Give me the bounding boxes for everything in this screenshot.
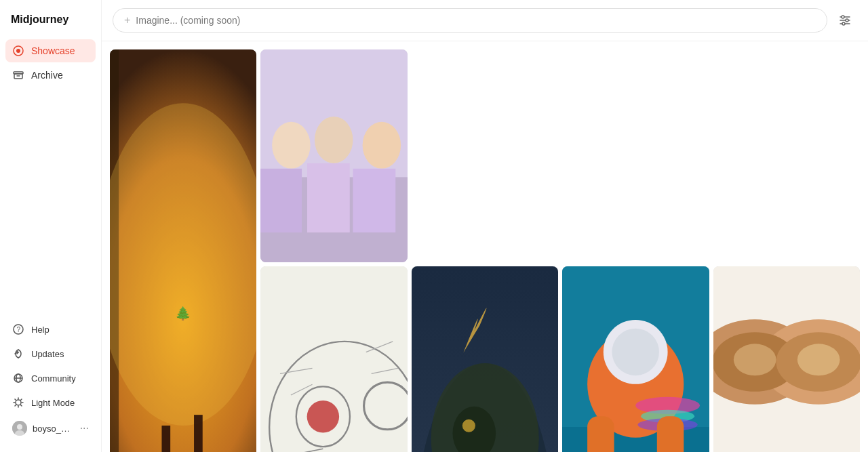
- sidebar-label-showcase: Showcase: [31, 45, 75, 56]
- avatar: [12, 421, 27, 436]
- sidebar-label-archive: Archive: [31, 70, 63, 81]
- search-input[interactable]: [136, 15, 816, 26]
- svg-point-32: [110, 103, 256, 426]
- svg-point-1: [16, 49, 20, 53]
- svg-rect-41: [260, 169, 302, 232]
- user-row[interactable]: boyso_146... ···: [5, 415, 96, 441]
- main-content: +: [102, 0, 868, 452]
- user-more-icon[interactable]: ···: [80, 422, 89, 434]
- sidebar-item-archive[interactable]: Archive: [5, 64, 96, 87]
- svg-point-25: [842, 16, 844, 18]
- plus-icon: +: [124, 14, 130, 26]
- updates-icon: [12, 348, 24, 360]
- svg-rect-72: [657, 416, 684, 452]
- sidebar-label-lightmode: Light Mode: [31, 398, 75, 408]
- lightmode-icon: [12, 396, 24, 409]
- svg-point-79: [797, 344, 840, 375]
- sidebar-item-help[interactable]: ? Help: [5, 318, 96, 341]
- search-bar[interactable]: +: [113, 8, 827, 33]
- topbar: +: [102, 0, 868, 41]
- sidebar-label-updates: Updates: [31, 349, 64, 359]
- sidebar-label-community: Community: [31, 373, 76, 384]
- help-icon: ?: [12, 323, 24, 335]
- main-nav: Showcase Archive: [0, 39, 101, 318]
- sidebar-bottom: ? Help Updates: [0, 318, 101, 441]
- gallery-item-astronaut[interactable]: [562, 266, 709, 452]
- svg-point-78: [733, 344, 776, 375]
- svg-point-26: [846, 19, 848, 22]
- sidebar-item-community[interactable]: Community: [5, 367, 96, 390]
- svg-line-17: [21, 399, 22, 400]
- svg-point-27: [842, 22, 845, 25]
- svg-line-16: [21, 405, 22, 407]
- svg-point-67: [612, 329, 660, 376]
- svg-point-47: [307, 400, 340, 433]
- svg-text:?: ?: [17, 326, 21, 333]
- svg-rect-42: [307, 163, 350, 232]
- settings-button[interactable]: [833, 8, 857, 33]
- svg-point-62: [462, 419, 475, 432]
- sidebar-label-help: Help: [31, 325, 50, 335]
- community-icon: [12, 372, 24, 384]
- svg-rect-43: [353, 169, 396, 232]
- svg-rect-34: [194, 415, 203, 452]
- gallery-item-unicorn[interactable]: [412, 266, 558, 452]
- svg-point-40: [363, 122, 401, 169]
- svg-rect-71: [587, 416, 614, 452]
- app-logo[interactable]: Midjourney: [0, 11, 101, 39]
- gallery: 🌲: [102, 41, 868, 452]
- svg-rect-33: [161, 426, 170, 452]
- gallery-item-girls[interactable]: [260, 49, 407, 262]
- gallery-item-meat[interactable]: [713, 266, 860, 452]
- sidebar-item-lightmode[interactable]: Light Mode: [5, 391, 96, 414]
- sidebar: Midjourney Showcase Archive: [0, 0, 102, 452]
- archive-icon: [12, 69, 24, 81]
- masonry-grid: 🌲: [110, 49, 860, 452]
- user-name: boyso_146...: [33, 424, 75, 434]
- gallery-item-forest[interactable]: 🌲: [110, 49, 256, 452]
- gallery-item-robot[interactable]: [260, 266, 407, 452]
- svg-point-38: [273, 122, 311, 169]
- sidebar-item-updates[interactable]: Updates: [5, 342, 96, 365]
- sidebar-item-showcase[interactable]: Showcase: [5, 39, 96, 62]
- svg-line-15: [15, 399, 16, 400]
- showcase-icon: [12, 45, 24, 57]
- svg-point-20: [17, 424, 22, 430]
- svg-point-10: [16, 400, 21, 405]
- svg-point-39: [315, 117, 353, 163]
- svg-text:🌲: 🌲: [175, 306, 191, 321]
- svg-line-18: [15, 405, 16, 407]
